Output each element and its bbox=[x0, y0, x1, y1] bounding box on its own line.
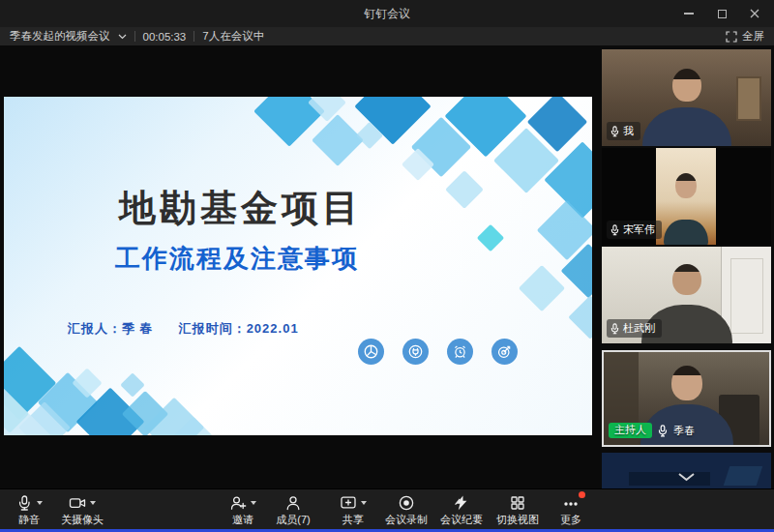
minutes-button[interactable]: 会议纪要 bbox=[434, 494, 489, 527]
slide-title: 地勘基金项目 bbox=[4, 184, 478, 233]
slide-presenter-line: 汇报人：季 春 汇报时间：2022.01 bbox=[68, 320, 299, 338]
slide-decoration-diamond bbox=[477, 224, 504, 251]
shared-screen-thumbnail bbox=[724, 466, 762, 486]
participant-label: 我 bbox=[607, 122, 640, 140]
window-title: 钉钉会议 bbox=[0, 0, 774, 27]
shared-screen-thumbnail bbox=[629, 472, 710, 486]
invite-button[interactable]: 邀请 bbox=[218, 494, 268, 527]
maximize-icon bbox=[718, 10, 727, 18]
participant-name: 宋军伟 bbox=[623, 222, 655, 237]
participant-label: 宋军伟 bbox=[607, 221, 662, 239]
maximize-button[interactable] bbox=[712, 4, 731, 23]
participant-label: 杜武刚 bbox=[607, 319, 662, 338]
participant-sidebar: 我 宋军伟 杜武刚 bbox=[600, 45, 774, 488]
mute-button[interactable]: 静音 bbox=[4, 494, 54, 527]
slide-decoration-diamond bbox=[519, 265, 565, 311]
avatar bbox=[664, 220, 708, 245]
more-button[interactable]: 更多 bbox=[546, 494, 596, 527]
lightning-icon bbox=[453, 494, 470, 512]
grid-view-icon bbox=[509, 494, 526, 512]
person-add-icon bbox=[229, 494, 247, 512]
dingtalk-meeting-window: 钉钉会议 季春发起的视频会议 00:05:33 7人在会议中 全屏 地勘基金项目 bbox=[0, 0, 774, 532]
slide-decoration-diamond bbox=[312, 114, 364, 166]
video-tile-host-active[interactable]: 主持人 季春 bbox=[602, 350, 771, 447]
caret-down-icon[interactable] bbox=[90, 501, 96, 505]
shared-screen-stage: 地勘基金项目 工作流程及注意事项 汇报人：季 春 汇报时间：2022.01 bbox=[0, 45, 600, 488]
slide-icon-row bbox=[358, 339, 518, 365]
collapse-sidebar-chevron-icon[interactable] bbox=[677, 472, 696, 482]
caret-down-icon[interactable] bbox=[251, 501, 256, 505]
meeting-info-bar: 季春发起的视频会议 00:05:33 7人在会议中 全屏 bbox=[0, 27, 774, 45]
record-button[interactable]: 会议录制 bbox=[379, 494, 433, 527]
meeting-duration: 00:05:33 bbox=[143, 31, 187, 43]
slide-decoration-diamond bbox=[568, 295, 592, 339]
notification-dot bbox=[579, 491, 585, 498]
meeting-info-left: 季春发起的视频会议 00:05:33 7人在会议中 bbox=[10, 29, 264, 44]
background-picture bbox=[736, 76, 761, 121]
presentation-slide: 地勘基金项目 工作流程及注意事项 汇报人：季 春 汇报时间：2022.01 bbox=[4, 97, 592, 435]
video-tile-participant[interactable]: 宋军伟 bbox=[602, 148, 771, 245]
target-dart-icon bbox=[491, 339, 518, 365]
person-icon bbox=[284, 494, 302, 512]
participant-name: 杜武刚 bbox=[623, 321, 655, 336]
power-plug-icon bbox=[402, 339, 429, 365]
slide-subtitle: 工作流程及注意事项 bbox=[4, 242, 470, 276]
participant-label: 主持人 季春 bbox=[609, 423, 695, 438]
presenter-name: 汇报人：季 春 bbox=[68, 320, 154, 338]
participant-name: 我 bbox=[623, 124, 634, 138]
video-tile-partial[interactable] bbox=[602, 453, 771, 488]
camera-off-button[interactable]: 关摄像头 bbox=[51, 494, 113, 527]
microphone-icon bbox=[658, 425, 668, 437]
pie-chart-icon bbox=[358, 339, 384, 365]
participant-count: 7人在会议中 bbox=[202, 29, 264, 44]
avatar bbox=[671, 366, 702, 400]
microphone-icon bbox=[610, 323, 619, 335]
switch-view-button[interactable]: 切换视图 bbox=[491, 494, 545, 527]
close-icon bbox=[750, 9, 759, 18]
avatar bbox=[672, 264, 701, 295]
host-badge: 主持人 bbox=[609, 423, 652, 438]
fullscreen-button[interactable]: 全屏 bbox=[726, 29, 764, 44]
report-time: 汇报时间：2022.01 bbox=[179, 320, 299, 338]
divider bbox=[134, 31, 135, 42]
video-tile-self[interactable]: 我 bbox=[602, 49, 771, 146]
avatar bbox=[672, 69, 701, 102]
portrait-video-strip bbox=[656, 148, 716, 245]
video-tile-participant[interactable]: 杜武刚 bbox=[602, 247, 771, 343]
microphone-icon bbox=[610, 126, 619, 137]
window-controls bbox=[679, 0, 764, 27]
divider bbox=[194, 31, 194, 42]
control-toolbar: 静音 关摄像头 邀请 成员(7) 共享 会议录制 会议纪要 切换 bbox=[0, 488, 774, 529]
members-button[interactable]: 成员(7) bbox=[266, 494, 320, 527]
caret-down-icon[interactable] bbox=[37, 501, 43, 505]
share-screen-button[interactable]: 共享 bbox=[328, 494, 378, 527]
caret-down-icon[interactable] bbox=[361, 501, 367, 505]
screen-share-icon bbox=[340, 494, 357, 512]
microphone-icon bbox=[610, 224, 619, 236]
minimize-button[interactable] bbox=[679, 4, 699, 23]
camera-icon bbox=[69, 494, 86, 512]
chevron-down-icon[interactable] bbox=[118, 34, 127, 40]
microphone-icon bbox=[15, 494, 33, 512]
record-icon bbox=[398, 494, 415, 512]
close-button[interactable] bbox=[745, 4, 764, 23]
title-bar: 钉钉会议 bbox=[0, 0, 774, 27]
meeting-title[interactable]: 季春发起的视频会议 bbox=[10, 29, 110, 44]
avatar bbox=[642, 107, 731, 146]
fullscreen-label: 全屏 bbox=[742, 29, 764, 44]
alarm-clock-icon bbox=[447, 339, 473, 365]
more-dots-icon bbox=[562, 494, 580, 512]
participant-name: 季春 bbox=[673, 424, 695, 438]
fullscreen-icon bbox=[726, 31, 737, 43]
minimize-icon bbox=[684, 13, 694, 15]
avatar bbox=[675, 173, 697, 198]
